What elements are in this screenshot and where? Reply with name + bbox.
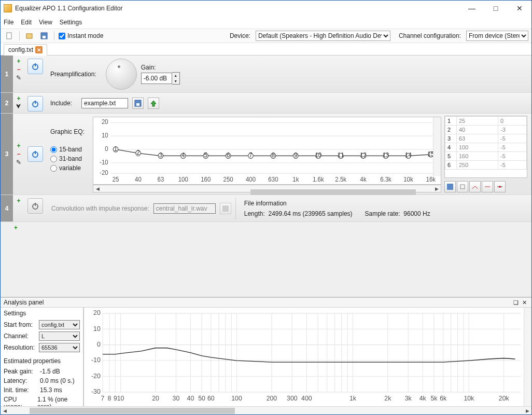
power-toggle[interactable] (27, 146, 43, 162)
radio-variable[interactable]: variable (50, 164, 86, 172)
analysis-vscroll[interactable] (524, 308, 531, 406)
expand-icon[interactable]: ⮟ (16, 103, 21, 109)
svg-text:10: 10 (102, 132, 108, 140)
eq-reset-button[interactable] (494, 181, 506, 192)
new-file-button[interactable] (4, 30, 15, 42)
svg-text:-10: -10 (100, 158, 108, 166)
add-icon[interactable]: + (17, 58, 20, 65)
svg-text:3: 3 (159, 151, 163, 159)
svg-text:2k: 2k (384, 395, 391, 402)
eq-plot[interactable]: 20100-10-20 2540631001602504006301k1.6k2… (93, 117, 441, 185)
remove-icon[interactable]: − (17, 66, 20, 73)
eq-normalize-button[interactable] (482, 181, 493, 192)
gain-dial[interactable] (106, 59, 137, 90)
svg-text:40: 40 (135, 175, 142, 183)
svg-text:6.3k: 6.3k (380, 175, 391, 183)
device-select[interactable]: Default (Speakers - High Definition Audi… (256, 31, 390, 41)
edit-icon[interactable]: ✎ (16, 159, 21, 166)
maximize-button[interactable]: □ (484, 1, 508, 16)
minimize-button[interactable]: — (460, 1, 484, 16)
svg-text:7: 7 (249, 151, 253, 159)
filter-row-4: 4 + Convolution with impulse response: F… (1, 195, 531, 222)
channel-select[interactable]: L (39, 331, 80, 341)
add-icon[interactable]: + (17, 142, 20, 149)
filter-row-2: 2 + ⮟ Include: (1, 93, 531, 114)
svg-text:2: 2 (136, 149, 140, 157)
eq-vscroll[interactable] (433, 117, 441, 176)
svg-text:13: 13 (383, 151, 389, 159)
svg-text:25: 25 (113, 175, 119, 183)
close-button[interactable]: ✕ (508, 1, 531, 16)
menu-edit[interactable]: Edit (21, 19, 32, 26)
convolution-label: Convolution with impulse response: (51, 205, 149, 212)
start-from-select[interactable]: config.txt (39, 320, 80, 329)
analysis-plot[interactable]: 20100-10-20-30 7891020304050601002003004… (83, 308, 531, 406)
close-tab-button[interactable]: ✕ (35, 46, 43, 53)
open-file-button[interactable] (24, 30, 35, 42)
svg-text:2.5k: 2.5k (335, 175, 346, 183)
add-icon[interactable]: + (17, 197, 20, 204)
analysis-close-button[interactable]: ✕ (520, 299, 528, 306)
resolution-select[interactable]: 65536 (39, 343, 80, 352)
radio-31band[interactable]: 31-band (50, 155, 86, 162)
save-file-button[interactable] (38, 30, 50, 42)
svg-text:300: 300 (287, 395, 298, 402)
svg-text:-10: -10 (91, 356, 101, 364)
eq-copy-button[interactable] (457, 181, 468, 192)
instant-mode-checkbox[interactable]: Instant mode (59, 32, 103, 39)
gain-label: Gain: (141, 64, 180, 71)
menu-file[interactable]: File (4, 19, 13, 26)
eq-save-button[interactable] (444, 181, 456, 192)
gain-input[interactable] (141, 73, 172, 84)
radio-15band[interactable]: 15-band (50, 146, 86, 153)
svg-rect-3 (43, 36, 46, 38)
svg-text:7: 7 (101, 395, 105, 402)
row-number: 2 (1, 93, 13, 113)
separator (54, 31, 54, 40)
svg-text:9: 9 (294, 151, 298, 159)
eq-invert-button[interactable] (469, 181, 481, 192)
svg-text:4: 4 (181, 151, 185, 159)
svg-text:14: 14 (405, 151, 412, 159)
channel-config-select[interactable]: From device (Stereo) (466, 31, 528, 41)
svg-text:160: 160 (201, 175, 211, 183)
remove-icon[interactable]: − (17, 150, 20, 158)
window-title: Equalizer APO 1.1 Configuration Editor (15, 5, 460, 12)
menu-settings[interactable]: Settings (60, 19, 82, 26)
eq-band-table[interactable]: 1250240-3363-54100-55160-56250-5 (444, 116, 527, 178)
impulse-file-input (153, 203, 216, 214)
svg-text:8: 8 (108, 395, 111, 402)
include-file-input[interactable] (81, 98, 128, 108)
svg-text:10: 10 (93, 325, 101, 332)
gain-spin-down[interactable]: ▼ (172, 78, 179, 84)
edit-icon[interactable]: ✎ (16, 74, 21, 81)
include-label: Include: (50, 100, 72, 107)
svg-text:400: 400 (246, 175, 256, 183)
svg-text:400: 400 (301, 395, 312, 402)
svg-text:4k: 4k (360, 175, 367, 183)
browse-file-button[interactable] (132, 98, 144, 109)
svg-rect-9 (136, 103, 139, 106)
add-filter-row[interactable]: + (1, 222, 531, 233)
power-toggle[interactable] (27, 96, 43, 112)
tab-label: config.txt (8, 46, 33, 53)
power-toggle-off[interactable] (27, 198, 43, 214)
eq-hscroll[interactable]: ◀▶ (93, 185, 441, 192)
svg-text:1.6k: 1.6k (313, 175, 324, 183)
tab-config[interactable]: config.txt ✕ (4, 44, 47, 56)
add-icon[interactable]: + (17, 95, 20, 102)
svg-text:12: 12 (360, 151, 367, 159)
titlebar: Equalizer APO 1.1 Configuration Editor —… (1, 1, 531, 16)
menu-view[interactable]: View (39, 19, 52, 26)
analysis-undock-button[interactable]: ❏ (512, 299, 520, 306)
gain-spin-up[interactable]: ▲ (172, 73, 179, 78)
analysis-hscroll[interactable]: ◀▶ (1, 406, 531, 414)
svg-text:630: 630 (268, 175, 278, 183)
svg-text:10: 10 (315, 151, 321, 159)
svg-text:1k: 1k (349, 395, 357, 402)
power-toggle[interactable] (27, 59, 43, 74)
browse-impulse-button[interactable] (220, 203, 231, 214)
row-number: 4 (1, 195, 13, 222)
svg-text:30: 30 (173, 395, 180, 402)
open-folder-button[interactable] (148, 98, 159, 109)
